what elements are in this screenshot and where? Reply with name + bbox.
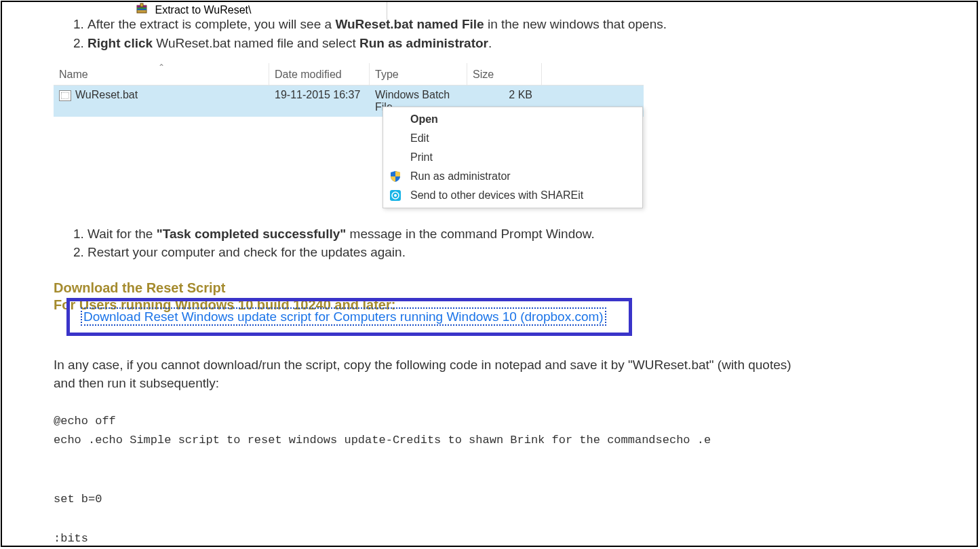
explorer-header: ⌃ Name Date modified Type Size xyxy=(54,63,644,86)
ctx-print[interactable]: Print xyxy=(383,148,642,167)
step2-2: Restart your computer and check for the … xyxy=(87,244,977,262)
top-contextmenu-fragment: Extract to WuReset\ xyxy=(130,2,387,20)
ctx-run-as-admin[interactable]: Run as administrator xyxy=(383,167,642,186)
col-name[interactable]: ⌃ Name xyxy=(54,63,269,85)
download-link[interactable]: Download Reset Windows update script for… xyxy=(81,307,606,326)
sort-caret-icon: ⌃ xyxy=(158,62,165,72)
batch-script-code: @echo off echo .echo Simple script to re… xyxy=(54,412,977,547)
col-size[interactable]: Size xyxy=(467,63,542,85)
shareit-icon xyxy=(389,189,402,202)
winrar-icon xyxy=(136,3,148,18)
step2-1: Wait for the "Task completed successfull… xyxy=(87,225,977,244)
cell-date: 19-11-2015 16:37 xyxy=(269,86,370,117)
ctx-shareit[interactable]: Send to other devices with SHAREit xyxy=(383,186,642,205)
svg-point-7 xyxy=(394,194,397,197)
col-type[interactable]: Type xyxy=(370,63,467,85)
shield-icon xyxy=(389,170,402,183)
svg-rect-4 xyxy=(140,3,143,7)
extract-to-label: Extract to WuReset\ xyxy=(155,4,251,16)
context-menu: Open Edit Print Run as administrator xyxy=(383,107,643,208)
ctx-open[interactable]: Open xyxy=(383,110,642,129)
cell-name: WuReset.bat xyxy=(54,86,269,117)
download-highlight-box: Download Reset Windows update script for… xyxy=(66,298,632,336)
step-2: Right click WuReset.bat named file and s… xyxy=(87,35,977,53)
steps-list-2: Wait for the "Task completed successfull… xyxy=(60,225,977,261)
col-date[interactable]: Date modified xyxy=(269,63,370,85)
page-container: Extract to WuReset\ After the extract is… xyxy=(1,1,978,547)
fallback-instructions: In any case, if you cannot download/run … xyxy=(54,356,800,392)
section-title: Download the Reset Script xyxy=(54,280,977,296)
batch-file-icon xyxy=(59,90,71,101)
ctx-edit[interactable]: Edit xyxy=(383,129,642,148)
svg-rect-3 xyxy=(137,9,146,10)
svg-rect-2 xyxy=(137,7,146,9)
steps-list-1: After the extract is complete, you will … xyxy=(60,16,977,52)
